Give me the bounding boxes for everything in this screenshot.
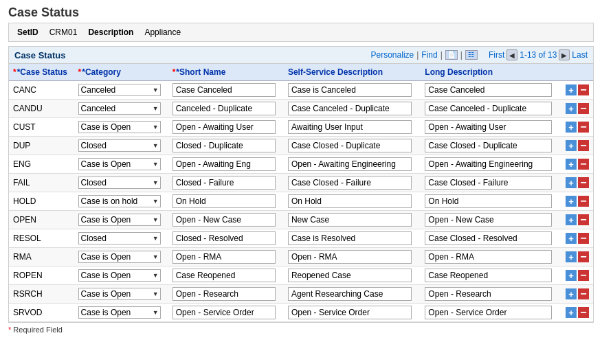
add-row-button[interactable]: + — [566, 233, 577, 244]
self-service-input[interactable] — [288, 139, 412, 152]
long-desc-input[interactable] — [425, 194, 552, 208]
col-short-name: *Short Name — [168, 64, 284, 81]
remove-row-button[interactable]: − — [578, 196, 589, 207]
add-row-button[interactable]: + — [566, 307, 577, 318]
add-row-button[interactable]: + — [566, 270, 577, 281]
self-service-input[interactable] — [288, 176, 412, 190]
category-select[interactable]: CanceledCase is OpenClosedCase is on hol… — [78, 158, 161, 170]
pagination: First ◀ 1-13 of 13 ▶ Last — [489, 49, 588, 60]
find-link[interactable]: Find — [421, 50, 437, 60]
self-service-input[interactable] — [288, 157, 412, 171]
cell-category: CanceledCase is OpenClosedCase is on hol… — [74, 192, 168, 211]
table-row: HOLDCanceledCase is OpenClosedCase is on… — [9, 192, 593, 211]
long-desc-input[interactable] — [425, 83, 552, 97]
add-row-button[interactable]: + — [566, 103, 577, 114]
short-name-input[interactable] — [172, 176, 276, 190]
cell-short-name — [168, 266, 284, 285]
category-select[interactable]: CanceledCase is OpenClosedCase is on hol… — [78, 102, 161, 115]
last-label[interactable]: Last — [572, 50, 588, 60]
add-row-button[interactable]: + — [566, 214, 577, 225]
self-service-input[interactable] — [288, 231, 412, 245]
self-service-input[interactable] — [288, 83, 412, 97]
long-desc-input[interactable] — [425, 120, 552, 134]
cell-actions: +− — [561, 137, 593, 155]
category-select[interactable]: CanceledCase is OpenClosedCase is on hol… — [78, 177, 161, 189]
long-desc-input[interactable] — [425, 287, 552, 301]
remove-row-button[interactable]: − — [578, 288, 589, 299]
remove-row-button[interactable]: − — [578, 233, 589, 244]
category-select[interactable]: CanceledCase is OpenClosedCase is on hol… — [78, 214, 161, 226]
cell-actions: +− — [561, 81, 593, 100]
remove-row-button[interactable]: − — [578, 84, 589, 95]
remove-row-button[interactable]: − — [578, 122, 589, 133]
category-select[interactable]: CanceledCase is OpenClosedCase is on hol… — [78, 232, 161, 244]
category-select[interactable]: CanceledCase is OpenClosedCase is on hol… — [78, 269, 161, 282]
long-desc-input[interactable] — [425, 102, 552, 115]
self-service-input[interactable] — [288, 102, 412, 115]
view-icon[interactable]: ☷ — [465, 50, 478, 60]
add-row-button[interactable]: + — [566, 251, 577, 262]
short-name-input[interactable] — [172, 231, 276, 245]
self-service-input[interactable] — [288, 120, 412, 134]
remove-row-button[interactable]: − — [578, 140, 589, 151]
cell-long-desc — [421, 285, 561, 304]
short-name-input[interactable] — [172, 269, 276, 282]
cell-short-name — [168, 211, 284, 229]
remove-row-button[interactable]: − — [578, 177, 589, 188]
short-name-input[interactable] — [172, 194, 276, 208]
short-name-input[interactable] — [172, 83, 276, 97]
self-service-input[interactable] — [288, 287, 412, 301]
short-name-input[interactable] — [172, 120, 276, 134]
remove-row-button[interactable]: − — [578, 251, 589, 262]
remove-row-button[interactable]: − — [578, 214, 589, 225]
long-desc-input[interactable] — [425, 306, 552, 319]
cell-self-service — [284, 285, 421, 304]
add-row-button[interactable]: + — [566, 84, 577, 95]
self-service-input[interactable] — [288, 250, 412, 264]
long-desc-input[interactable] — [425, 250, 552, 264]
first-label[interactable]: First — [489, 50, 504, 60]
cell-case-status: RSRCH — [9, 285, 74, 304]
short-name-input[interactable] — [172, 102, 276, 115]
category-select[interactable]: CanceledCase is OpenClosedCase is on hol… — [78, 288, 161, 300]
add-row-button[interactable]: + — [566, 177, 577, 188]
short-name-input[interactable] — [172, 139, 276, 152]
export-icon[interactable]: 📄 — [445, 50, 458, 60]
self-service-input[interactable] — [288, 194, 412, 208]
cell-long-desc — [421, 248, 561, 266]
short-name-input[interactable] — [172, 287, 276, 301]
long-desc-input[interactable] — [425, 157, 552, 171]
cell-self-service — [284, 266, 421, 285]
category-select[interactable]: CanceledCase is OpenClosedCase is on hol… — [78, 251, 161, 263]
short-name-input[interactable] — [172, 306, 276, 319]
remove-row-button[interactable]: − — [578, 307, 589, 318]
self-service-input[interactable] — [288, 269, 412, 282]
remove-row-button[interactable]: − — [578, 103, 589, 114]
self-service-input[interactable] — [288, 213, 412, 227]
short-name-input[interactable] — [172, 157, 276, 171]
add-row-button[interactable]: + — [566, 140, 577, 151]
long-desc-input[interactable] — [425, 139, 552, 152]
long-desc-input[interactable] — [425, 231, 552, 245]
long-desc-input[interactable] — [425, 176, 552, 190]
add-row-button[interactable]: + — [566, 196, 577, 207]
short-name-input[interactable] — [172, 213, 276, 227]
cell-case-status: DUP — [9, 137, 74, 155]
short-name-input[interactable] — [172, 250, 276, 264]
long-desc-input[interactable] — [425, 269, 552, 282]
add-row-button[interactable]: + — [566, 159, 577, 170]
category-select[interactable]: CanceledCase is OpenClosedCase is on hol… — [78, 121, 161, 133]
category-select[interactable]: CanceledCase is OpenClosedCase is on hol… — [78, 306, 161, 319]
long-desc-input[interactable] — [425, 213, 552, 227]
category-select[interactable]: CanceledCase is OpenClosedCase is on hol… — [78, 84, 161, 96]
personalize-link[interactable]: Personalize — [371, 50, 414, 60]
remove-row-button[interactable]: − — [578, 159, 589, 170]
remove-row-button[interactable]: − — [578, 270, 589, 281]
category-select[interactable]: CanceledCase is OpenClosedCase is on hol… — [78, 195, 161, 207]
self-service-input[interactable] — [288, 306, 412, 319]
next-btn[interactable]: ▶ — [559, 49, 570, 60]
prev-btn[interactable]: ◀ — [506, 49, 517, 60]
category-select[interactable]: CanceledCase is OpenClosedCase is on hol… — [78, 139, 161, 152]
add-row-button[interactable]: + — [566, 288, 577, 299]
add-row-button[interactable]: + — [566, 122, 577, 133]
